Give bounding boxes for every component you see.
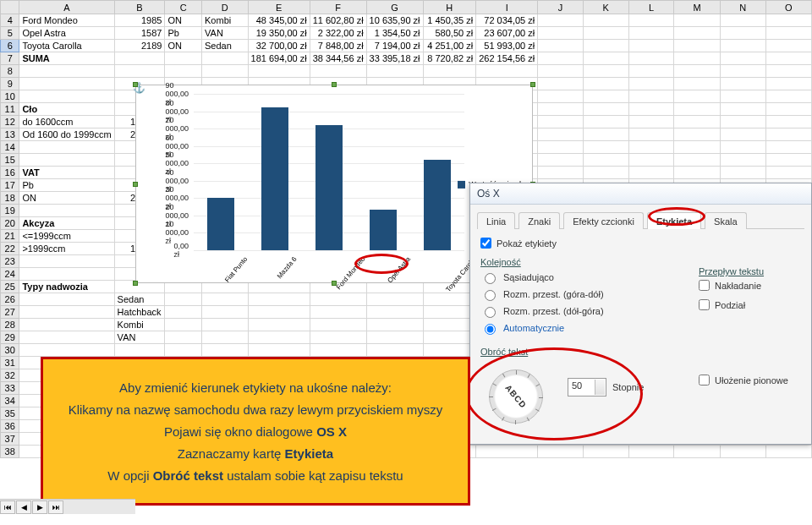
cell[interactable] [720, 129, 765, 141]
chart-bar[interactable] [370, 210, 397, 251]
cell[interactable] [114, 65, 165, 78]
cell[interactable] [674, 52, 720, 65]
cell[interactable] [674, 154, 720, 167]
cell[interactable] [538, 129, 584, 141]
cell[interactable]: 33 395,18 zł [366, 52, 423, 65]
cell[interactable] [765, 27, 811, 40]
cell[interactable] [674, 116, 720, 129]
cell[interactable] [114, 52, 165, 65]
row-header[interactable]: 29 [1, 331, 19, 344]
cell[interactable] [583, 14, 628, 27]
cell[interactable]: Akcyza [19, 217, 114, 230]
row-header[interactable]: 13 [1, 129, 19, 141]
column-header[interactable]: B [114, 1, 165, 14]
cell[interactable]: VAT [19, 167, 114, 179]
cell[interactable] [202, 306, 249, 319]
cell[interactable] [114, 344, 165, 357]
row-header[interactable]: 9 [1, 78, 19, 90]
cell[interactable]: Sedan [202, 40, 249, 52]
cell[interactable] [674, 167, 720, 179]
cell[interactable] [765, 154, 811, 167]
row-header[interactable]: 21 [1, 230, 19, 243]
cell[interactable] [310, 344, 366, 357]
cell[interactable] [583, 90, 628, 103]
cell[interactable]: 11 602,80 zł [310, 14, 366, 27]
cell[interactable] [765, 141, 811, 154]
cell[interactable] [423, 344, 476, 357]
column-header[interactable]: D [202, 1, 249, 14]
cell[interactable]: 580,50 zł [423, 27, 476, 40]
cell[interactable] [765, 446, 811, 458]
cell[interactable] [310, 293, 366, 306]
column-header[interactable]: G [366, 1, 423, 14]
cell[interactable]: SUMA [19, 52, 114, 65]
cell[interactable]: 72 034,05 zł [476, 14, 538, 27]
cell[interactable] [366, 306, 423, 319]
cell[interactable] [765, 14, 811, 27]
column-header[interactable]: K [583, 1, 628, 14]
column-header[interactable]: F [310, 1, 366, 14]
cell[interactable] [310, 306, 366, 319]
row-header[interactable]: 18 [1, 192, 19, 205]
show-labels-checkbox[interactable]: Pokaż etykiety [480, 238, 801, 249]
chart-x-label[interactable]: Mazda 6 [276, 255, 299, 280]
cell[interactable] [720, 116, 765, 129]
cell[interactable] [674, 14, 720, 27]
cell[interactable] [674, 141, 720, 154]
cell[interactable] [674, 90, 720, 103]
cell[interactable]: 1985 [114, 14, 165, 27]
row-header[interactable]: 11 [1, 103, 19, 116]
cell[interactable] [248, 65, 310, 78]
column-header[interactable]: N [720, 1, 765, 14]
cell[interactable] [765, 52, 811, 65]
resize-handle[interactable] [133, 281, 138, 286]
cell[interactable] [476, 65, 538, 78]
sheet-first-button[interactable]: ⏮ [0, 500, 15, 514]
cell[interactable]: Typy nadwozia [19, 281, 114, 293]
cell[interactable]: 51 993,00 zł [476, 40, 538, 52]
cell[interactable] [19, 255, 114, 268]
chart-bar[interactable] [261, 107, 288, 250]
cell[interactable] [583, 446, 628, 458]
cell[interactable] [165, 52, 202, 65]
column-header[interactable]: J [538, 1, 584, 14]
cell[interactable] [248, 331, 310, 344]
cell[interactable] [165, 319, 202, 331]
cell[interactable] [248, 344, 310, 357]
cell[interactable]: Opel Astra [19, 27, 114, 40]
cell[interactable] [765, 40, 811, 52]
cell[interactable] [366, 293, 423, 306]
cell[interactable] [583, 141, 628, 154]
cell[interactable] [202, 319, 249, 331]
cell[interactable]: do 1600ccm [19, 116, 114, 129]
column-header[interactable]: E [248, 1, 310, 14]
show-labels-input[interactable] [480, 238, 491, 249]
cell[interactable]: 32 700,00 zł [248, 40, 310, 52]
cell[interactable] [202, 344, 249, 357]
corner-cell[interactable] [1, 1, 19, 14]
cell[interactable]: Od 1600 do 1999ccm [19, 129, 114, 141]
cell[interactable] [765, 90, 811, 103]
cell[interactable] [720, 90, 765, 103]
cell[interactable] [628, 446, 674, 458]
cell[interactable] [19, 319, 114, 331]
dialog-tab[interactable]: Skala [705, 212, 747, 229]
cell[interactable]: 4 251,00 zł [423, 40, 476, 52]
cell[interactable] [628, 103, 674, 116]
cell[interactable] [720, 167, 765, 179]
cell[interactable]: 2189 [114, 40, 165, 52]
cell[interactable] [583, 103, 628, 116]
cell[interactable] [583, 40, 628, 52]
row-header[interactable]: 34 [1, 395, 19, 407]
cell[interactable]: <=1999ccm [19, 230, 114, 243]
cell[interactable] [19, 344, 114, 357]
row-header[interactable]: 25 [1, 281, 19, 293]
cell[interactable] [674, 446, 720, 458]
cell[interactable] [765, 65, 811, 78]
row-header[interactable]: 19 [1, 205, 19, 217]
row-header[interactable]: 30 [1, 344, 19, 357]
row-header[interactable]: 8 [1, 65, 19, 78]
cell[interactable] [583, 52, 628, 65]
cell[interactable] [583, 65, 628, 78]
sheet-last-button[interactable]: ⏭ [48, 500, 63, 514]
